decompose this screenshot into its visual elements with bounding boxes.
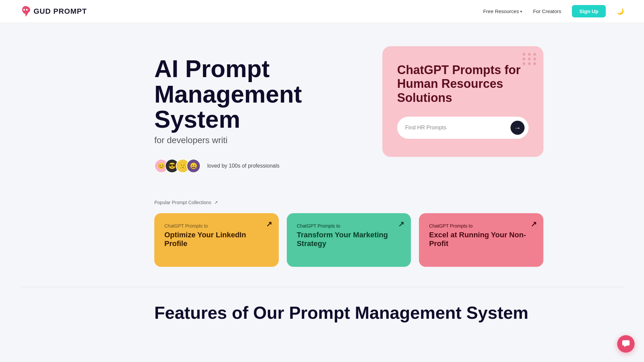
chat-icon [622,340,630,348]
collection-card-prefix: ChatGPT Prompts to [164,223,269,229]
logo-text: GUD PROMPT [34,7,87,16]
svg-point-0 [23,9,25,10]
search-placeholder: Find HR Prompts [405,125,511,131]
avatar: 😄 [186,159,201,173]
hero-left: AI Prompt Management System for develope… [154,50,369,173]
search-submit-button[interactable]: → [511,121,525,135]
collection-card-title: Optimize Your LinkedIn Profile [164,231,269,248]
signup-button[interactable]: Sign Up [572,5,606,17]
collection-card-prefix: ChatGPT Prompts to [429,223,533,229]
collection-card-linkedin[interactable]: ↗ ChatGPT Prompts to Optimize Your Linke… [154,213,279,267]
dots-decoration [523,53,537,65]
collections-section: Popular Prompt Collections ↗ ↗ ChatGPT P… [80,193,564,287]
features-title: Features of Our Prompt Management System [154,303,543,322]
logo[interactable]: GUD PROMPT [20,5,87,17]
svg-rect-2 [622,340,630,346]
collection-card-nonprofit[interactable]: ↗ ChatGPT Prompts to Excel at Running Yo… [419,213,543,267]
search-bar[interactable]: Find HR Prompts → [397,117,529,139]
hero-section: AI Prompt Management System for develope… [80,23,564,193]
loved-text: loved by 100s of professionals [207,163,279,169]
features-heading: Features of Our Prompt Management System [80,287,564,322]
arrow-icon: ↗ [214,200,218,205]
collection-card-title: Excel at Running Your Non-Profit [429,231,533,248]
avatars-row: 😊 😎 🙂 😄 loved by 100s of professionals [154,159,369,173]
for-creators-link[interactable]: For Creators [533,8,561,14]
hero-card: ChatGPT Prompts for Human Resources Solu… [382,46,543,157]
collection-card-title: Transform Your Marketing Strategy [297,231,401,248]
collections-label: Popular Prompt Collections ↗ [154,200,543,205]
chevron-down-icon: ▾ [520,9,522,14]
card-arrow-icon: ↗ [266,220,272,229]
dark-mode-toggle[interactable]: 🌙 [616,8,624,15]
card-arrow-icon: ↗ [531,220,537,229]
collections-grid: ↗ ChatGPT Prompts to Optimize Your Linke… [154,213,543,267]
svg-point-1 [26,9,28,10]
avatars-group: 😊 😎 🙂 😄 [154,159,201,173]
hero-subtitle: for developers writi [154,135,369,145]
collection-card-marketing[interactable]: ↗ ChatGPT Prompts to Transform Your Mark… [287,213,411,267]
navbar: GUD PROMPT Free Resources ▾ For Creators… [0,0,644,23]
hero-title: AI Prompt Management System [154,56,369,132]
chat-bubble-button[interactable] [617,335,635,353]
logo-icon [20,5,31,17]
card-arrow-icon: ↗ [398,220,404,229]
nav-links: Free Resources ▾ For Creators Sign Up 🌙 [483,5,624,17]
free-resources-link[interactable]: Free Resources ▾ [483,8,522,14]
collection-card-prefix: ChatGPT Prompts to [297,223,401,229]
hero-card-title: ChatGPT Prompts for Human Resources Solu… [397,63,529,105]
